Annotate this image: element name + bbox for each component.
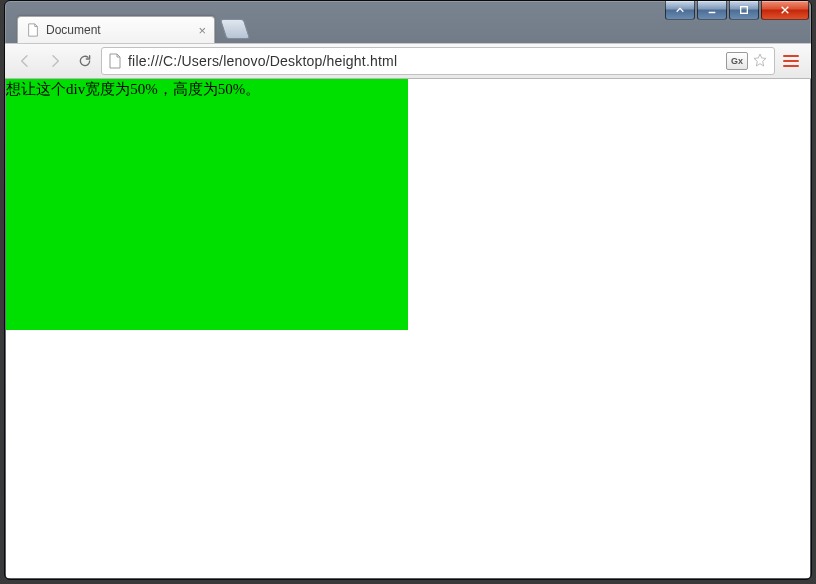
address-bar[interactable]: file:///C:/Users/lenovo/Desktop/height.h…: [101, 47, 775, 75]
omnibox-right-icons: Gx: [726, 52, 768, 71]
chrome-menu-button[interactable]: [777, 48, 805, 74]
translate-icon[interactable]: Gx: [726, 52, 748, 70]
rendered-page: 想让这个div宽度为50%，高度为50%。: [6, 79, 810, 578]
new-tab-button[interactable]: [220, 19, 250, 39]
green-div: 想让这个div宽度为50%，高度为50%。: [6, 79, 408, 330]
browser-viewport: 想让这个div宽度为50%，高度为50%。: [6, 79, 810, 578]
page-icon: [26, 23, 40, 37]
back-button[interactable]: [11, 48, 39, 74]
url-text: file:///C:/Users/lenovo/Desktop/height.h…: [128, 53, 720, 69]
tab-title: Document: [46, 23, 190, 37]
svg-rect-0: [741, 7, 748, 14]
browser-toolbar: file:///C:/Users/lenovo/Desktop/height.h…: [5, 43, 811, 79]
tab-close-icon[interactable]: ×: [198, 23, 206, 38]
browser-window: Document × file:///C:/Users/lenovo/Deskt…: [4, 0, 812, 580]
forward-button[interactable]: [41, 48, 69, 74]
reload-button[interactable]: [71, 48, 99, 74]
bookmark-star-icon[interactable]: [752, 52, 768, 71]
browser-tab[interactable]: Document ×: [17, 16, 215, 43]
page-icon: [108, 53, 122, 69]
browser-tabstrip: Document ×: [5, 15, 811, 43]
green-div-text: 想让这个div宽度为50%，高度为50%。: [6, 81, 260, 97]
